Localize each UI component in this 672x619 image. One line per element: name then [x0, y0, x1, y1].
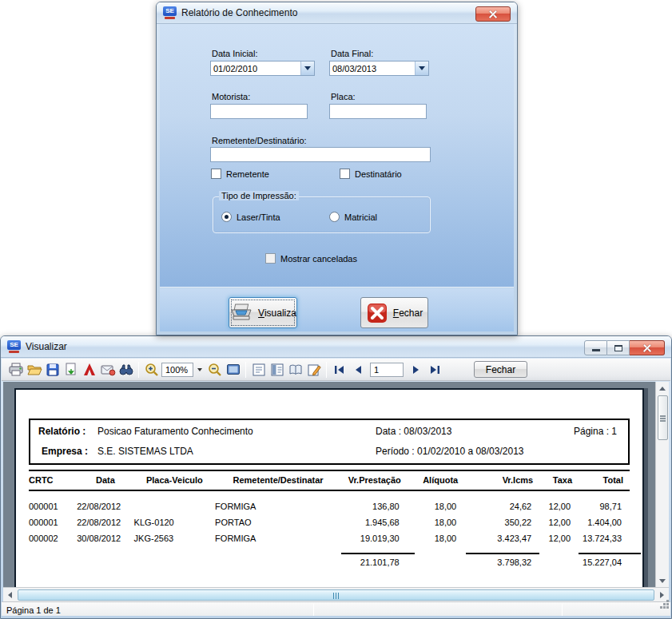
table-row: 000001 22/08/2012 KLG-0120 PORTAO 1.945,…	[29, 514, 630, 530]
viewer-title: Visualizar	[26, 341, 67, 352]
page-number-input[interactable]	[370, 363, 404, 377]
data-final-combobox[interactable]: 08/03/2013	[329, 61, 429, 76]
remetente-destinatario-input[interactable]	[210, 147, 431, 162]
relatorio-conhecimento-dialog: SE Relatório de Conhecimento Data Inicia…	[156, 2, 518, 335]
table-cell: 13.724,33	[579, 530, 630, 546]
table-cell: 22/08/2012	[77, 514, 133, 530]
table-cell: KLG-0120	[134, 514, 216, 530]
viewer-fechar-button[interactable]: Fechar	[474, 361, 527, 378]
horizontal-scrollbar[interactable]	[3, 587, 669, 601]
book-icon	[288, 362, 304, 378]
print-icon	[8, 362, 24, 378]
page-list-icon	[269, 362, 285, 378]
visualiza-button[interactable]: Visualiza	[229, 297, 297, 328]
print-button[interactable]	[6, 361, 25, 379]
caption-buttons	[475, 6, 511, 22]
chevron-down-icon	[197, 368, 202, 371]
arrow-up-icon	[659, 387, 666, 391]
zoom-level-value[interactable]: 100%	[161, 363, 193, 377]
dialog-title: Relatório de Conhecimento	[181, 7, 297, 18]
edit-pencil-icon	[306, 362, 322, 378]
report-page-number: Página : 1	[574, 426, 617, 437]
column-header: Vr.Prestação	[341, 470, 408, 490]
column-header: Vr.Icms	[464, 470, 539, 490]
page-list-button[interactable]	[268, 361, 286, 379]
vertical-scroll-thumb[interactable]	[658, 395, 668, 440]
first-page-button[interactable]	[330, 361, 348, 379]
radio-dot	[329, 212, 340, 222]
export-button[interactable]	[62, 361, 80, 379]
save-button[interactable]	[43, 361, 62, 379]
remetente-checkbox[interactable]: Remetente	[211, 169, 269, 179]
column-header: Data	[77, 470, 133, 490]
dropdown-button[interactable]	[300, 62, 314, 75]
relatorio-value: Posicao Faturamento Conhecimento	[97, 426, 253, 437]
column-header: Taxa	[539, 470, 579, 490]
save-icon	[45, 362, 61, 378]
close-button[interactable]	[630, 340, 665, 355]
table-row: 000001 22/08/2012 FORMIGA 136,80 18,00 2…	[29, 490, 630, 514]
table-cell: 18,00	[408, 490, 464, 514]
destinatario-checkbox[interactable]: Destinatário	[340, 169, 402, 179]
find-button[interactable]	[117, 361, 135, 379]
scroll-up-button[interactable]	[656, 382, 670, 395]
report-header-box: Relatório : Posicao Faturamento Conhecim…	[29, 419, 630, 465]
zoom-in-button[interactable]	[142, 361, 161, 379]
laser-tinta-radio[interactable]: Laser/Tinta	[221, 212, 280, 222]
arrow-left-icon	[8, 592, 12, 598]
dropdown-button[interactable]	[415, 62, 428, 75]
scroll-left-button[interactable]	[3, 589, 17, 601]
table-cell: 136,80	[341, 490, 408, 514]
book-view-button[interactable]	[286, 361, 304, 379]
table-cell: 3.423,47	[464, 530, 539, 546]
next-page-icon	[411, 364, 422, 375]
red-x-icon	[366, 302, 388, 324]
statusbar-page-info: Página 1 de 1	[2, 605, 313, 615]
scroll-down-button[interactable]	[656, 574, 670, 587]
resize-grip[interactable]	[666, 600, 669, 602]
last-page-button[interactable]	[425, 361, 443, 379]
motorista-input[interactable]	[210, 104, 308, 119]
mail-icon	[100, 362, 116, 378]
zoom-out-button[interactable]	[205, 361, 224, 379]
table-cell: 18,00	[408, 514, 464, 530]
export-pdf-button[interactable]	[80, 361, 98, 379]
open-button[interactable]	[25, 361, 43, 379]
prev-page-icon	[352, 364, 364, 375]
open-folder-icon	[26, 362, 42, 378]
fechar-button[interactable]: Fechar	[360, 297, 428, 328]
prev-page-button[interactable]	[348, 361, 367, 379]
dialog-button-panel: Visualiza Fechar	[160, 288, 514, 331]
table-cell: 12,00	[539, 490, 579, 514]
page-view-button[interactable]	[249, 361, 268, 379]
remetente-destinatario-label: Remetente/Destinatário:	[212, 136, 307, 145]
column-header: Total	[579, 470, 630, 490]
statusbar-divider	[313, 604, 314, 617]
app-logo-icon: SE	[163, 6, 177, 19]
zoom-out-icon	[207, 362, 223, 378]
minimize-button[interactable]	[584, 340, 607, 355]
maximize-button[interactable]	[607, 340, 630, 355]
printer-icon	[229, 303, 253, 323]
placa-input[interactable]	[329, 104, 427, 119]
full-screen-button[interactable]	[224, 361, 242, 379]
toolbar-separator	[138, 362, 139, 378]
dialog-titlebar[interactable]: SE Relatório de Conhecimento	[157, 2, 517, 24]
horizontal-scroll-thumb[interactable]	[18, 589, 654, 601]
data-inicial-combobox[interactable]: 01/02/2010	[210, 61, 315, 76]
pdf-icon	[82, 362, 97, 378]
edit-button[interactable]	[304, 361, 323, 379]
dialog-close-button[interactable]	[475, 6, 511, 22]
next-page-button[interactable]	[407, 361, 425, 379]
app-logo-icon: SE	[7, 340, 21, 353]
send-mail-button[interactable]	[98, 361, 117, 379]
viewer-titlebar[interactable]: SE Visualizar	[1, 336, 671, 358]
zoom-dropdown-button[interactable]	[194, 368, 205, 371]
vertical-scrollbar[interactable]	[655, 382, 669, 587]
table-cell: 22/08/2012	[77, 490, 133, 514]
table-cell: 98,71	[579, 490, 630, 514]
arrow-right-icon	[660, 592, 664, 598]
mostrar-canceladas-checkbox[interactable]: Mostrar canceladas	[265, 253, 357, 264]
matricial-radio[interactable]: Matricial	[329, 212, 377, 222]
table-cell: 12,00	[539, 530, 579, 546]
